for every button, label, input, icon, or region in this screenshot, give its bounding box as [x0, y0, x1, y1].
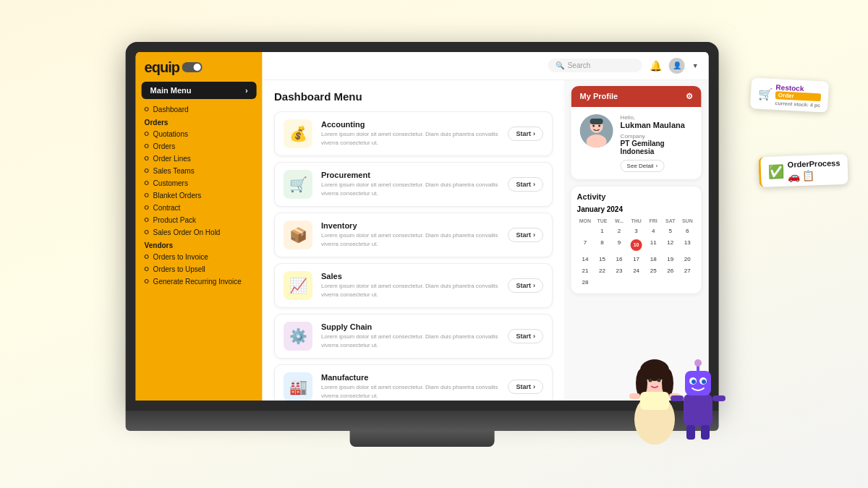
sidebar-label: Orders to Invoice: [153, 253, 208, 261]
profile-header: My Profile ⚙: [571, 86, 702, 107]
profile-card: My Profile ⚙: [571, 86, 702, 179]
dot-icon: [145, 168, 149, 173]
robot-character: [669, 358, 727, 445]
cal-day-24[interactable]: 24: [628, 265, 644, 276]
chevron-right-icon: ›: [533, 181, 535, 188]
cal-day-18[interactable]: 18: [645, 254, 662, 265]
procurement-text: Procurement Lorem ipsum dolor sit amet c…: [321, 171, 499, 197]
sidebar-label: Contract: [153, 204, 181, 212]
cal-day-2[interactable]: 2: [611, 226, 628, 236]
supply-chain-start-button[interactable]: Start ›: [508, 329, 543, 343]
cal-day-empty: [577, 226, 594, 236]
calendar-grid: MON TUE W... THU FRI SAT SUN 1: [577, 217, 696, 288]
sales-start-button[interactable]: Start ›: [508, 278, 543, 293]
sidebar-item-sales-teams[interactable]: Sales Teams: [136, 165, 263, 177]
procurement-icon: 🛒: [284, 170, 312, 199]
procurement-start-button[interactable]: Start ›: [508, 177, 543, 192]
cal-day-26[interactable]: 26: [662, 265, 678, 276]
cal-day-11[interactable]: 11: [645, 237, 662, 253]
accounting-title: Accounting: [321, 120, 499, 129]
cal-day-6[interactable]: 6: [679, 226, 696, 236]
sidebar-item-blanket-orders[interactable]: Blanket Orders: [136, 189, 263, 202]
settings-icon[interactable]: ⚙: [686, 92, 693, 101]
inventory-title: Inventory: [321, 221, 499, 230]
svg-point-3: [592, 124, 595, 127]
cal-day-14[interactable]: 14: [577, 254, 594, 265]
svg-point-13: [702, 380, 706, 384]
cal-day-4[interactable]: 4: [645, 226, 662, 236]
sidebar-item-sales-order-hold[interactable]: Sales Order On Hold: [136, 226, 263, 239]
inventory-icon: 📦: [284, 221, 312, 249]
card-supply-chain: ⚙️ Supply Chain Lorem ipsum dolor sit am…: [274, 314, 553, 359]
cal-day-13[interactable]: 13: [679, 237, 696, 253]
cal-day-21[interactable]: 21: [577, 265, 594, 276]
cal-day-7[interactable]: 7: [577, 237, 594, 253]
dot-icon: [145, 267, 149, 271]
cal-day-25[interactable]: 25: [645, 265, 662, 276]
cal-day-1[interactable]: 1: [594, 226, 610, 236]
sidebar-item-contract[interactable]: Contract: [136, 202, 263, 214]
sidebar-item-orders[interactable]: Orders: [136, 140, 263, 153]
cal-day-15[interactable]: 15: [594, 254, 610, 265]
accounting-start-button[interactable]: Start ›: [508, 127, 543, 141]
cal-day-3[interactable]: 3: [628, 226, 644, 236]
sidebar-label: Customers: [153, 179, 188, 187]
cal-day-28[interactable]: 28: [577, 277, 594, 288]
cal-day-17[interactable]: 17: [628, 254, 644, 265]
bell-icon[interactable]: 🔔: [650, 60, 662, 72]
cal-day-20[interactable]: 20: [679, 254, 696, 265]
sidebar-label: Orders: [153, 142, 176, 150]
sidebar-label: Orders to Upsell: [153, 265, 205, 273]
dot-icon: [145, 279, 149, 283]
sidebar-item-quotations[interactable]: Quotations: [136, 128, 263, 140]
cal-day-8[interactable]: 8: [594, 237, 610, 253]
card-accounting: 💰 Accounting Lorem ipsum dolor sit amet …: [274, 111, 553, 156]
manufacture-start-button[interactable]: Start ›: [508, 380, 543, 394]
search-icon: 🔍: [556, 61, 564, 69]
sidebar-item-product-pack[interactable]: Product Pack: [136, 214, 263, 226]
avatar[interactable]: 👤: [669, 58, 685, 74]
dashboard-title: Dashboard Menu: [274, 90, 553, 103]
order-process-label: OrderProcess: [788, 158, 841, 169]
inventory-start-button[interactable]: Start ›: [508, 228, 543, 242]
main-content: 🔍 Search 🔔 👤 ▼ Dashboard Menu: [263, 52, 709, 401]
cal-day-16[interactable]: 16: [611, 254, 628, 265]
cal-day-23[interactable]: 23: [611, 265, 628, 276]
cal-day-12[interactable]: 12: [662, 237, 678, 253]
search-box[interactable]: 🔍 Search: [548, 59, 642, 72]
sidebar-label: Quotations: [153, 130, 188, 138]
sidebar-item-dashboard[interactable]: Dashboard: [136, 103, 263, 116]
cal-day-9[interactable]: 9: [611, 237, 628, 253]
sidebar-item-order-lines[interactable]: Order Lines: [136, 153, 263, 165]
svg-rect-16: [686, 425, 695, 440]
cal-day-22[interactable]: 22: [594, 265, 610, 276]
sidebar-item-orders-to-invoice[interactable]: Orders to Invoice: [136, 251, 263, 263]
search-placeholder: Search: [568, 61, 591, 69]
sidebar-item-recurring-invoice[interactable]: Generate Recurring Invoice: [136, 275, 263, 288]
calendar-month: January 2024: [577, 205, 623, 213]
scene-wrapper: equip Main Menu › Dashboard Orders: [0, 0, 868, 488]
day-header-mon: MON: [577, 217, 594, 225]
dashboard-panel: Dashboard Menu 💰 Accounting Lorem ipsum …: [263, 80, 564, 401]
order-process-badge: ✅ OrderProcess 🚗 📋: [759, 154, 848, 187]
cal-day-27[interactable]: 27: [679, 265, 696, 276]
see-detail-button[interactable]: See Detail ›: [621, 160, 665, 172]
supply-chain-text: Supply Chain Lorem ipsum dolor sit amet …: [321, 322, 499, 348]
sidebar-item-orders-to-upsell[interactable]: Orders to Upsell: [136, 263, 263, 275]
sidebar-label: Order Lines: [153, 155, 191, 163]
cal-day-19[interactable]: 19: [662, 254, 678, 265]
dot-icon: [145, 193, 149, 197]
dot-icon: [145, 254, 149, 259]
theme-toggle[interactable]: [182, 62, 203, 72]
cal-day-5[interactable]: 5: [662, 226, 678, 236]
profile-row: Hello, Lukman Maulana Company PT Gemilan…: [580, 114, 693, 172]
cal-day-10[interactable]: 10: [628, 237, 644, 253]
main-menu-button[interactable]: Main Menu ›: [142, 82, 257, 99]
sidebar-item-customers[interactable]: Customers: [136, 177, 263, 189]
calendar-header: January 2024: [577, 205, 696, 213]
dot-icon: [145, 205, 149, 210]
svg-point-12: [692, 380, 696, 384]
svg-rect-26: [629, 393, 640, 399]
order-label: Order: [775, 91, 821, 101]
svg-rect-25: [640, 392, 669, 410]
